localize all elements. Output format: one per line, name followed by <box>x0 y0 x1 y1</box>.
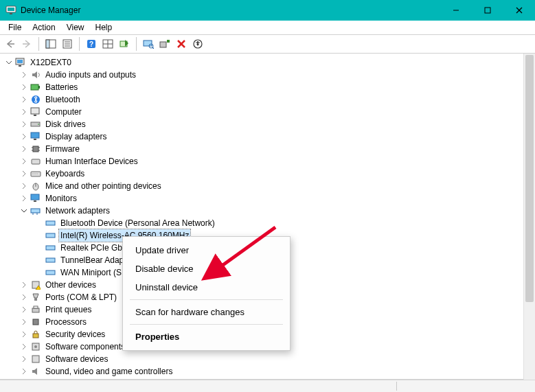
chevron-right-icon[interactable] <box>19 280 29 290</box>
category-software-devices[interactable]: Software devices <box>3 353 535 365</box>
scan-hardware-button[interactable] <box>141 36 156 51</box>
tree-root[interactable]: X12DEXT0 <box>3 56 535 69</box>
network-adapter-icon <box>45 218 56 229</box>
menu-file[interactable]: File <box>3 22 27 33</box>
context-separator <box>130 299 283 300</box>
category-monitors[interactable]: Monitors <box>3 192 535 205</box>
menu-help[interactable]: Help <box>90 22 118 33</box>
context-update-driver[interactable]: Update driver <box>123 241 290 260</box>
chevron-right-icon[interactable] <box>19 354 29 364</box>
device-label: Bluetooth Device (Personal Area Network) <box>59 217 216 229</box>
chevron-down-icon[interactable] <box>4 58 14 67</box>
show-hide-console-button[interactable] <box>43 36 58 51</box>
back-button[interactable] <box>3 36 18 51</box>
svg-rect-10 <box>46 40 49 48</box>
category-keyboards[interactable]: Keyboards <box>3 168 535 180</box>
category-label: Software components <box>44 341 126 353</box>
context-scan-hardware[interactable]: Scan for hardware changes <box>123 303 290 321</box>
category-label: Monitors <box>44 192 78 205</box>
speaker-icon <box>30 366 41 377</box>
bluetooth-icon <box>30 94 41 105</box>
chevron-right-icon[interactable] <box>19 367 29 376</box>
context-uninstall-device[interactable]: Uninstall device <box>123 278 290 297</box>
category-display-adapters[interactable]: Display adapters <box>3 130 535 143</box>
svg-rect-40 <box>31 132 39 138</box>
category-label: Processors <box>44 316 88 328</box>
close-button[interactable] <box>503 0 535 21</box>
svg-rect-31 <box>17 60 23 63</box>
svg-rect-47 <box>32 159 40 164</box>
uninstall-button[interactable] <box>174 36 189 51</box>
chevron-right-icon[interactable] <box>19 144 29 154</box>
battery-icon <box>30 82 41 93</box>
svg-rect-32 <box>19 65 21 67</box>
category-batteries[interactable]: Batteries <box>3 81 535 93</box>
vertical-scrollbar[interactable] <box>523 54 535 380</box>
chevron-right-icon[interactable] <box>19 132 29 141</box>
scrollbar-thumb[interactable] <box>525 55 534 302</box>
properties-button[interactable] <box>60 36 75 51</box>
network-adapter-icon <box>45 255 56 266</box>
category-sound[interactable]: Sound, video and game controllers <box>3 365 535 378</box>
warning-icon <box>30 279 41 290</box>
svg-rect-4 <box>485 8 490 13</box>
lock-icon <box>30 329 41 340</box>
category-mice[interactable]: Mice and other pointing devices <box>3 180 535 192</box>
category-disk-drives[interactable]: Disk drives <box>3 118 535 130</box>
category-network-adapters[interactable]: Network adapters <box>3 205 535 217</box>
category-hid[interactable]: Human Interface Devices <box>3 155 535 168</box>
update-driver-button[interactable] <box>117 36 132 51</box>
context-properties[interactable]: Properties <box>123 327 290 346</box>
chevron-right-icon[interactable] <box>19 169 29 178</box>
category-firmware[interactable]: Firmware <box>3 143 535 155</box>
help-button[interactable]: ? <box>84 36 99 51</box>
menu-view[interactable]: View <box>61 22 90 33</box>
svg-rect-48 <box>31 172 41 176</box>
minimize-button[interactable] <box>440 0 472 21</box>
chevron-right-icon[interactable] <box>19 107 29 117</box>
svg-rect-62 <box>46 258 55 262</box>
chevron-right-icon[interactable] <box>19 181 29 191</box>
maximize-button[interactable] <box>472 0 503 21</box>
category-computer[interactable]: Computer <box>3 106 535 118</box>
device-label: Realtek PCIe GbE <box>59 242 129 254</box>
category-audio[interactable]: Audio inputs and outputs <box>3 69 535 81</box>
category-label: Security devices <box>44 328 106 341</box>
category-bluetooth[interactable]: Bluetooth <box>3 93 535 106</box>
chevron-right-icon[interactable] <box>19 70 29 80</box>
monitor-icon <box>30 131 41 142</box>
category-label: Firmware <box>44 143 81 155</box>
chevron-right-icon[interactable] <box>19 82 29 92</box>
chevron-right-icon[interactable] <box>19 317 29 327</box>
chevron-right-icon[interactable] <box>19 330 29 339</box>
chevron-right-icon[interactable] <box>19 194 29 203</box>
category-label: Software devices <box>44 353 109 365</box>
svg-rect-33 <box>31 84 38 90</box>
chevron-right-icon[interactable] <box>19 95 29 104</box>
context-disable-device[interactable]: Disable device <box>123 260 290 278</box>
action-grid-button[interactable] <box>100 36 115 51</box>
menu-action[interactable]: Action <box>27 22 60 33</box>
add-legacy-button[interactable] <box>157 36 172 51</box>
svg-rect-73 <box>32 356 39 362</box>
svg-rect-1 <box>8 8 14 11</box>
chevron-right-icon[interactable] <box>19 157 29 166</box>
disk-icon <box>30 119 41 130</box>
chevron-right-icon[interactable] <box>19 292 29 302</box>
device-manager-icon <box>5 5 16 16</box>
chevron-down-icon[interactable] <box>19 206 29 216</box>
chevron-right-icon[interactable] <box>19 305 29 314</box>
desktop-icon <box>30 106 41 117</box>
svg-rect-66 <box>34 298 37 301</box>
category-label: Human Interface Devices <box>44 155 139 168</box>
chevron-right-icon[interactable] <box>19 119 29 129</box>
device-bt-pan[interactable]: Bluetooth Device (Personal Area Network) <box>3 217 535 229</box>
forward-button[interactable] <box>19 36 34 51</box>
disable-button[interactable] <box>190 36 205 51</box>
category-label: Audio inputs and outputs <box>44 69 137 81</box>
category-label: Computer <box>44 106 83 118</box>
svg-point-39 <box>38 124 39 125</box>
chevron-right-icon[interactable] <box>19 342 29 351</box>
keyboard-icon <box>30 168 41 179</box>
device-label: TunnelBear Adap <box>59 254 125 266</box>
